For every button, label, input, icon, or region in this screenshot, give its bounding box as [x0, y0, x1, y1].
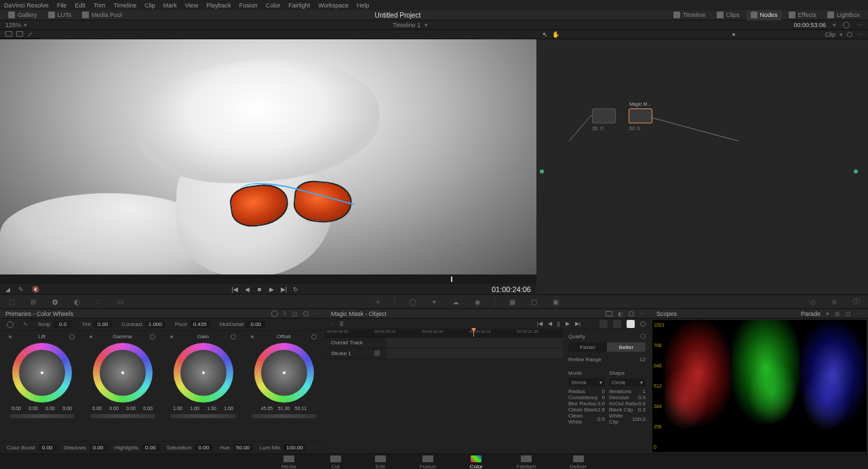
- mm-mode-icon[interactable]: [606, 311, 612, 317]
- wheel-lift-picker-icon[interactable]: [9, 335, 12, 338]
- page-fairlight[interactable]: Fairlight: [517, 455, 536, 469]
- mm-track-fwd-all-icon[interactable]: ▶|: [575, 321, 580, 327]
- auto-balance-icon[interactable]: [7, 321, 14, 328]
- wheel-lift-jog[interactable]: [9, 414, 75, 418]
- wheel-gamma-jog[interactable]: [90, 414, 155, 418]
- mm-add-icon[interactable]: ↓: [331, 321, 334, 327]
- wheel-gain-picker-icon[interactable]: [170, 335, 173, 338]
- magic-mask-icon[interactable]: ☁: [451, 297, 460, 306]
- wheel-gain-jog[interactable]: [171, 414, 236, 418]
- loop-icon[interactable]: ↻: [292, 286, 299, 293]
- gallery-tab[interactable]: Gallery: [4, 10, 41, 20]
- clips-tab[interactable]: Clips: [713, 10, 744, 20]
- still-list-icon[interactable]: [16, 31, 23, 37]
- menu-davinci-resolve[interactable]: DaVinci Resolve: [4, 2, 49, 9]
- media-pool-tab[interactable]: Media Pool: [78, 10, 126, 20]
- viewer-image[interactable]: [0, 39, 536, 274]
- expand-icon[interactable]: ⤢: [27, 30, 33, 38]
- menu-clip[interactable]: Clip: [144, 2, 155, 9]
- wheel-offset-picker-icon[interactable]: [251, 335, 254, 338]
- pick-white-icon[interactable]: ✎: [23, 321, 28, 327]
- mm-toggle-icon[interactable]: [640, 321, 646, 327]
- menu-workspace[interactable]: Workspace: [318, 2, 349, 9]
- scopes-toggle-icon[interactable]: ⊪: [830, 297, 840, 306]
- scopes-layout-icon[interactable]: ⊞: [835, 310, 840, 317]
- warper-icon[interactable]: ⊞: [28, 297, 38, 306]
- adj-saturation[interactable]: Saturation0.00: [167, 444, 213, 451]
- stop-icon[interactable]: ■: [256, 286, 262, 293]
- menu-view[interactable]: View: [185, 2, 198, 9]
- menu-fairlight[interactable]: Fairlight: [288, 2, 310, 9]
- page-fusion[interactable]: Fusion: [420, 455, 436, 469]
- wheel-gamma-picker-icon[interactable]: [90, 335, 92, 338]
- adj-temp[interactable]: Temp0.0: [37, 321, 73, 328]
- adj-shadows[interactable]: Shadows0.00: [64, 444, 108, 451]
- wheel-offset-control[interactable]: [254, 343, 314, 403]
- mm-invert-icon[interactable]: ◐: [618, 310, 623, 317]
- adj-pivot[interactable]: Pivot0.435: [175, 321, 210, 328]
- wheel-gamma-control[interactable]: [93, 343, 153, 403]
- mask-overlay-icon[interactable]: ◢: [5, 286, 10, 293]
- hand-icon[interactable]: ✋: [552, 31, 559, 38]
- effects-tab[interactable]: Effects: [785, 10, 821, 20]
- scopes-mode[interactable]: Parade: [801, 310, 821, 317]
- adj-lummix[interactable]: Lum Mix100.00: [260, 444, 307, 451]
- hdr-icon[interactable]: ◐: [72, 297, 81, 306]
- wheel-lift-control[interactable]: [12, 343, 72, 403]
- bypass-icon[interactable]: [843, 22, 850, 28]
- mm-consistency-value[interactable]: 0: [602, 394, 605, 401]
- menu-file[interactable]: File: [57, 2, 67, 9]
- node-menu-icon[interactable]: ⋯: [856, 31, 863, 38]
- page-media[interactable]: Media: [281, 455, 296, 469]
- mm-track-stop-icon[interactable]: ||: [557, 321, 560, 327]
- primaries-reset-icon[interactable]: [303, 311, 309, 317]
- mm-menu-icon[interactable]: ⋯: [639, 310, 646, 317]
- node-02[interactable]: Magic M... 02: [629, 108, 652, 123]
- mm-radius-value[interactable]: 0: [602, 388, 605, 394]
- mm-cleanwhite-value[interactable]: 0.5: [597, 416, 605, 422]
- mm-track-0[interactable]: Overall Track: [326, 338, 563, 348]
- window-icon[interactable]: ◯: [408, 297, 417, 306]
- lightbox-tab[interactable]: Lightbox: [823, 10, 864, 20]
- first-frame-icon[interactable]: |◀: [231, 286, 238, 293]
- primaries-icon[interactable]: ⊙: [50, 297, 60, 306]
- pointer-icon[interactable]: ↖: [542, 31, 548, 38]
- mm-track-rev-icon[interactable]: ◀: [548, 321, 552, 327]
- mm-inoutratio-value[interactable]: 0.0: [638, 401, 646, 407]
- mute-icon[interactable]: 🔇: [32, 286, 39, 293]
- node-reset-icon[interactable]: [847, 32, 852, 37]
- viewer-scrubber[interactable]: [0, 274, 536, 284]
- clip-mode-label[interactable]: Clip: [825, 31, 835, 38]
- mm-quality-reset-icon[interactable]: [640, 333, 646, 339]
- adj-middetail[interactable]: Mid/Detail0.00: [220, 321, 266, 328]
- wheel-gain-reset-icon[interactable]: [231, 334, 236, 340]
- viewer-timecode[interactable]: 01:00:24:06: [492, 285, 531, 293]
- log-mode-icon[interactable]: ◫: [292, 310, 298, 317]
- mm-reset-icon[interactable]: [629, 311, 634, 317]
- curves-icon[interactable]: ⬚: [7, 297, 16, 306]
- mm-eraser-icon[interactable]: [613, 320, 621, 328]
- node-output-dot[interactable]: [854, 169, 858, 174]
- adj-tint[interactable]: Tint0.00: [82, 321, 113, 328]
- mm-timeline-ruler[interactable]: 00:00:00:0000:00:05:2200:00:10:4400:00:1…: [326, 329, 563, 338]
- prev-frame-icon[interactable]: ◀: [243, 286, 250, 293]
- next-frame-icon[interactable]: ▶|: [280, 286, 287, 293]
- mm-denoise-value[interactable]: 0.0: [638, 394, 646, 401]
- wheel-gain-control[interactable]: [174, 343, 233, 403]
- blur-icon[interactable]: ◉: [473, 297, 482, 306]
- timeline-menu-icon[interactable]: ⋯: [856, 22, 863, 28]
- info-icon[interactable]: ⓘ: [852, 297, 861, 306]
- menu-help[interactable]: Help: [357, 2, 370, 9]
- motion-icon[interactable]: ▭: [115, 297, 125, 306]
- adj-hue[interactable]: Hue50.00: [220, 444, 253, 451]
- mm-refine-value[interactable]: 12: [639, 356, 646, 363]
- record-timecode[interactable]: 00:00:53:06: [793, 22, 826, 28]
- menu-mark[interactable]: Mark: [163, 2, 177, 9]
- mm-whiteclip-value[interactable]: 100.0: [632, 416, 646, 422]
- timeline-name[interactable]: Timeline 1: [393, 22, 420, 28]
- wheel-offset-jog[interactable]: [252, 414, 317, 418]
- menu-playback[interactable]: Playback: [206, 2, 231, 9]
- mm-iterations-value[interactable]: 1: [643, 388, 646, 394]
- still-grid-icon[interactable]: [5, 31, 12, 37]
- mm-track-1[interactable]: Stroke 1: [326, 348, 563, 359]
